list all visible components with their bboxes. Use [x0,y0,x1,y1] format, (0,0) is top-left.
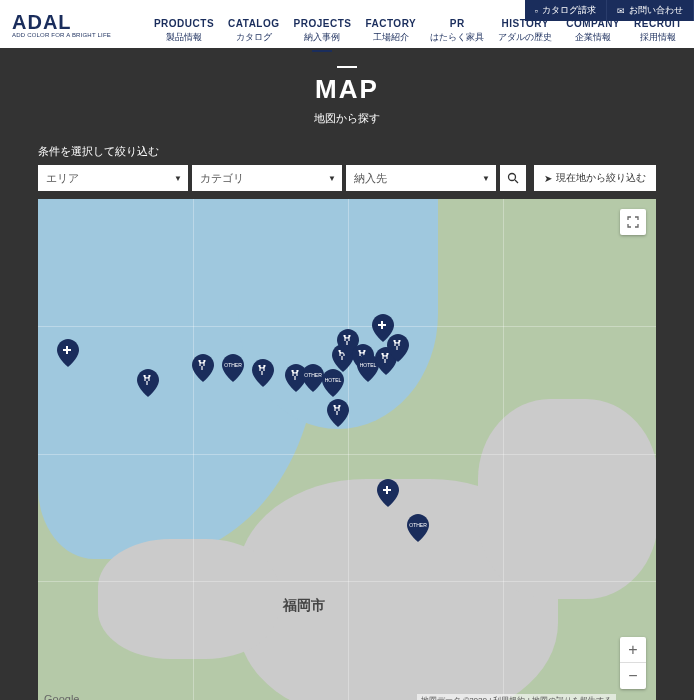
map-marker-other[interactable]: OTHER [407,514,429,542]
svg-text:OTHER: OTHER [304,372,322,378]
svg-text:OTHER: OTHER [224,362,242,368]
city-label: 福岡市 [283,597,325,615]
nav-item-products[interactable]: PRODUCTS製品情報 [154,18,214,44]
map-marker-fork[interactable] [387,334,409,362]
map-marker-plus[interactable] [57,339,79,367]
zoom-in-button[interactable]: + [620,637,646,663]
category-select[interactable]: カテゴリ [192,165,342,191]
map-attribution: 地図データ ©2020 | 利用規約 | 地図の誤りを報告する [417,694,616,700]
nav-item-catalog[interactable]: CATALOGカタログ [228,18,279,44]
svg-text:HOTEL: HOTEL [325,377,342,383]
page-title: MAP [0,74,694,105]
google-logo: Google [44,693,79,700]
search-button[interactable] [500,165,526,191]
svg-point-0 [509,174,516,181]
nav-item-factory[interactable]: FACTORY工場紹介 [365,18,416,44]
map-marker-other[interactable]: OTHER [302,364,324,392]
zoom-out-button[interactable]: − [620,663,646,689]
search-icon [507,172,519,184]
map-marker-fork[interactable] [252,359,274,387]
map-marker-other[interactable]: OTHER [222,354,244,382]
map-marker-fork[interactable] [192,354,214,382]
filter-label: 条件を選択して絞り込む [38,144,656,159]
area-select[interactable]: エリア [38,165,188,191]
map-marker-plus[interactable] [377,479,399,507]
nav-item-projects[interactable]: PROJECTS納入事例 [294,18,352,44]
destination-select[interactable]: 納入先 [346,165,496,191]
svg-line-1 [515,180,518,183]
locate-button[interactable]: ➤ 現在地から絞り込む [534,165,656,191]
nav-item-company[interactable]: COMPANY企業情報 [566,18,620,44]
map-marker-hotel[interactable]: HOTEL [322,369,344,397]
mail-icon: ✉ [617,6,625,16]
logo[interactable]: ADAL ADD COLOR FOR A BRIGHT LIFE [12,11,111,38]
map-marker-fork[interactable] [137,369,159,397]
map[interactable]: 福岡市 OTHEROTHERHOTELHOTELOTHER + − Google… [38,199,656,700]
map-marker-fork[interactable] [327,399,349,427]
fullscreen-icon [627,216,639,228]
title-dash [337,66,357,68]
catalog-request-button[interactable]: ▫ カタログ請求 [525,0,607,21]
fullscreen-button[interactable] [620,209,646,235]
nav-item-recruit[interactable]: RECRUIT採用情報 [634,18,682,44]
location-icon: ➤ [544,173,552,184]
nav-item-history[interactable]: HISTORYアダルの歴史 [498,18,552,44]
svg-text:OTHER: OTHER [409,522,427,528]
contact-button[interactable]: ✉ お問い合わせ [607,0,694,21]
book-icon: ▫ [535,6,538,16]
nav-item-pr[interactable]: PRはたらく家具 [430,18,484,44]
page-subtitle: 地図から探す [0,111,694,126]
